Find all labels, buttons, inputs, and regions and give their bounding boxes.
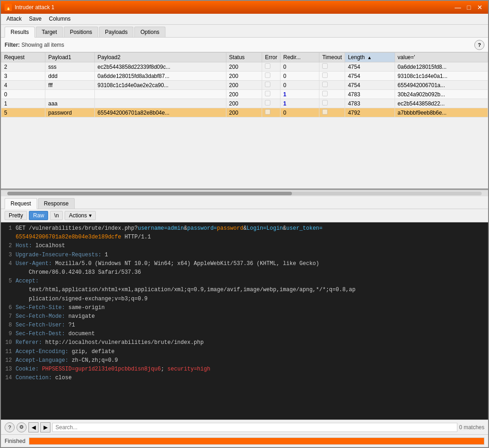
bottom-panel: Request Response Pretty Raw \n Actions ▾… [1,196,488,434]
line-number: 2 [3,242,12,250]
back-button[interactable]: ◀ [28,422,38,432]
settings-icon-button[interactable]: ⚙ [16,422,27,432]
code-content: Sec-Fetch-Mode: navigate [16,312,486,321]
tab-positions[interactable]: Positions [64,27,98,37]
status-text: Finished [5,438,25,444]
table-row[interactable]: 4 fff 93108c1c1d4e0ae2e2ca90... 200 0 47… [1,81,488,90]
search-input[interactable] [52,423,457,432]
menu-save[interactable]: Save [25,15,45,23]
table-row[interactable]: 0 200 1 4783 30b24a902b092b... [1,90,488,99]
code-content: User-Agent: Mozilla/5.0 (Windows NT 10.0… [16,260,486,277]
menu-bar: Attack Save Columns [1,14,488,25]
line-number: 9 [3,330,12,338]
dropdown-arrow-icon: ▾ [89,212,92,219]
code-line-1: 1 GET /vulnerabilities/brute/index.php?u… [3,224,486,242]
cell-request: 0 [1,90,45,99]
cell-request: 3 [1,72,45,81]
code-content: Referer: http://localhost/vulnerabilitie… [16,338,486,347]
cell-status: 200 [226,81,262,90]
col-redir[interactable]: Redir... [280,53,319,62]
cell-timeout [319,90,345,99]
code-content: Sec-Fetch-Site: same-origin [16,304,486,312]
col-error[interactable]: Error [262,53,280,62]
line-number: 13 [3,365,12,374]
cell-length: 4754 [345,72,395,81]
cell-timeout [319,108,345,117]
cell-payload2 [94,99,226,108]
tab-target[interactable]: Target [36,27,63,37]
scrollbar-thumb[interactable] [7,192,292,195]
col-payload1[interactable]: Payload1 [45,53,94,62]
cell-value: a7bbbbf9eeb8b6e... [395,108,488,117]
cell-timeout [319,62,345,72]
code-content: Host: localhost [16,242,486,250]
cell-error [262,90,280,99]
table-row[interactable]: 1 aaa 200 1 4783 ec2b5443858d22... [1,99,488,108]
line-number: 4 [3,260,12,277]
cell-length: 4792 [345,108,395,117]
cell-request: 5 [1,108,45,117]
actions-button[interactable]: Actions ▾ [65,211,95,220]
line-number: 8 [3,321,12,330]
cell-length: 4783 [345,90,395,99]
code-line-10: 10 Referer: http://localhost/vulnerabili… [3,338,486,347]
code-line-12: 12 Accept-Language: zh-CN,zh;q=0.9 [3,356,486,365]
cell-payload2: 0a6dde128015fd8a3dabf87... [94,72,226,81]
table-row[interactable]: 2 sss ec2b5443858d22339f8d09c... 200 0 4… [1,62,488,72]
cell-request: 1 [1,99,45,108]
cell-payload2: 93108c1c1d4e0ae2e2ca90... [94,81,226,90]
results-table: Request Payload1 Payload2 Status Error R… [1,52,488,117]
tab-results[interactable]: Results [5,27,35,38]
filter-help-button[interactable]: ? [474,40,484,50]
filter-text: Filter: Showing all items [5,42,64,48]
close-button[interactable]: ✕ [475,3,484,12]
panel-tab-request[interactable]: Request [5,198,37,209]
minimize-button[interactable]: — [453,3,462,12]
tab-payloads[interactable]: Payloads [99,27,133,37]
menu-attack[interactable]: Attack [3,15,25,23]
line-number: 3 [3,251,12,260]
main-window: 🔥 Intruder attack 1 — □ ✕ Attack Save Co… [0,0,489,448]
forward-button[interactable]: ▶ [40,422,50,432]
line-number: 12 [3,356,12,365]
panel-tabs: Request Response [1,196,488,209]
cell-value: 0a6dde128015fd8... [395,62,488,72]
cell-request: 4 [1,81,45,90]
panel-tab-response[interactable]: Response [38,198,75,209]
results-table-container[interactable]: Request Payload1 Payload2 Status Error R… [1,52,488,190]
window-title: Intruder attack 1 [15,4,55,11]
col-timeout[interactable]: Timeout [319,53,345,62]
cell-length: 4754 [345,81,395,90]
cell-timeout [319,81,345,90]
filter-bar: Filter: Showing all items ? [1,38,488,52]
cell-value: 6554942006701a... [395,81,488,90]
table-row-selected[interactable]: 5 password 6554942006701a82e8b04e... 200… [1,108,488,117]
code-content: Accept-Language: zh-CN,zh;q=0.9 [16,356,486,365]
col-value[interactable]: value=' [395,53,488,62]
cell-value: 93108c1c1d4e0a1... [395,72,488,81]
table-row[interactable]: 3 ddd 0a6dde128015fd8a3dabf87... 200 0 4… [1,72,488,81]
table-scrollbar[interactable] [1,190,488,196]
code-content: GET /vulnerabilities/brute/index.php?use… [16,224,486,242]
matches-text: 0 matches [459,424,484,431]
cell-status: 200 [226,90,262,99]
cell-error [262,72,280,81]
code-line-2: 2 Host: localhost [3,242,486,250]
maximize-button[interactable]: □ [464,3,473,12]
col-payload2[interactable]: Payload2 [94,53,226,62]
raw-button[interactable]: Raw [29,211,48,220]
code-content: Connection: close [16,374,486,382]
menu-columns[interactable]: Columns [45,15,74,23]
request-code-area[interactable]: 1 GET /vulnerabilities/brute/index.php?u… [1,222,488,420]
code-line-8: 8 Sec-Fetch-User: ?1 [3,321,486,330]
tab-options[interactable]: Options [134,27,165,37]
code-content: Cookie: PHPSESSID=gupr1d2l31e01pcbbdisn8… [16,365,486,374]
cell-redir: 1 [280,90,319,99]
pretty-button[interactable]: Pretty [5,211,27,220]
help-icon-button[interactable]: ? [5,422,15,432]
ln-button[interactable]: \n [50,211,63,220]
col-request[interactable]: Request [1,53,45,62]
col-length[interactable]: Length ▲ [345,53,395,62]
col-status[interactable]: Status [226,53,262,62]
scrollbar-track[interactable] [7,192,482,195]
